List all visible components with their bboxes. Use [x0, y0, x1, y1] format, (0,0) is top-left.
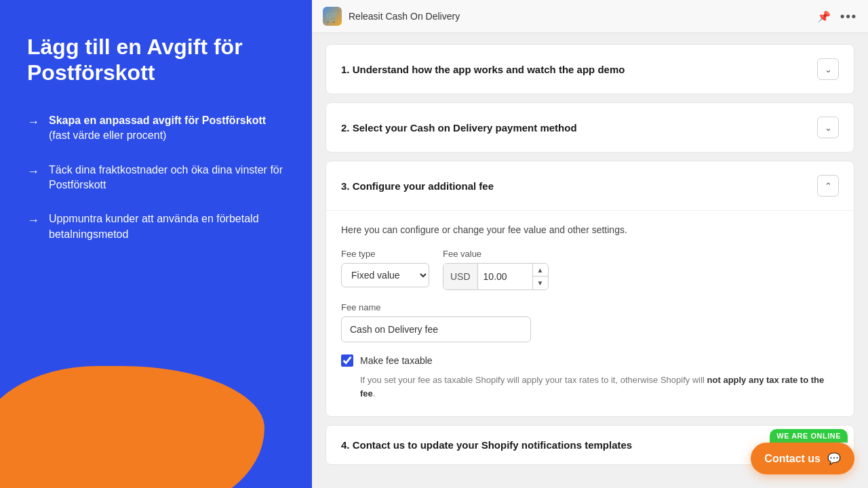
contact-us-button[interactable]: Contact us 💬: [751, 443, 854, 474]
spinner-down-button[interactable]: ▼: [533, 277, 548, 289]
fee-form-row: Fee type Fixed value Percentage Fee valu…: [341, 249, 839, 290]
fee-type-select[interactable]: Fixed value Percentage: [341, 263, 429, 287]
list-item: → Täck dina fraktkostnader och öka dina …: [27, 163, 285, 193]
accordion-step-1: 1. Understand how the app works and watc…: [326, 44, 854, 94]
chevron-up-icon[interactable]: ⌃: [817, 175, 839, 197]
arrow-icon: →: [27, 163, 39, 180]
fee-value-wrapper: USD ▲ ▼: [443, 263, 549, 290]
chat-bubble-icon: 💬: [827, 452, 841, 465]
list-item-text: Täck dina fraktkostnader och öka dina vi…: [49, 163, 285, 193]
content-area: 1. Understand how the app works and watc…: [312, 33, 868, 476]
taxable-checkbox-row: Make fee taxable: [341, 354, 839, 367]
accordion-step-2: 2. Select your Cash on Delivery payment …: [326, 102, 854, 152]
spinner-up-button[interactable]: ▲: [533, 264, 548, 277]
page-title: Lägg till en Avgift för Postförskott: [27, 34, 285, 86]
left-panel: Lägg till en Avgift för Postförskott → S…: [0, 0, 312, 488]
accordion-body-3: Here you can configure or change your fe…: [326, 210, 854, 416]
accordion-header-2[interactable]: 2. Select your Cash on Delivery payment …: [326, 103, 854, 152]
contact-us-label: Contact us: [764, 453, 821, 465]
step-1-label: 1. Understand how the app works and watc…: [341, 64, 625, 75]
feature-list: → Skapa en anpassad avgift för Postförsk…: [27, 113, 285, 242]
fee-value-group: Fee value USD ▲ ▼: [443, 249, 549, 290]
chevron-down-icon[interactable]: ⌄: [817, 117, 839, 138]
step-2-label: 2. Select your Cash on Delivery payment …: [341, 122, 577, 134]
currency-label: USD: [443, 264, 478, 289]
list-item-text: Uppmuntra kunder att använda en förbetal…: [49, 211, 285, 242]
fee-type-label: Fee type: [341, 249, 429, 259]
app-logo: 🛒: [323, 7, 342, 26]
accordion-header-1[interactable]: 1. Understand how the app works and watc…: [326, 45, 854, 94]
fee-type-group: Fee type Fixed value Percentage: [341, 249, 429, 290]
chevron-down-icon[interactable]: ⌄: [817, 58, 839, 80]
taxable-checkbox[interactable]: [341, 354, 353, 367]
accordion-header-3[interactable]: 3. Configure your additional fee ⌃: [326, 161, 854, 210]
fee-name-input[interactable]: [341, 317, 531, 342]
step-4-label: 4. Contact us to update your Shopify not…: [341, 439, 632, 451]
window-controls: 📌 •••: [817, 9, 857, 24]
more-icon[interactable]: •••: [840, 9, 857, 24]
step-3-description: Here you can configure or change your fe…: [341, 214, 839, 235]
chat-widget: WE ARE ONLINE Contact us 💬: [751, 429, 854, 474]
fee-amount-input[interactable]: [478, 266, 532, 287]
online-badge: WE ARE ONLINE: [770, 429, 848, 443]
pin-icon[interactable]: 📌: [817, 10, 831, 23]
tax-note: If you set your fee as taxable Shopify w…: [360, 373, 839, 400]
decorative-blob: [0, 366, 264, 488]
list-item: → Skapa en anpassad avgift för Postförsk…: [27, 113, 285, 144]
spinner-buttons: ▲ ▼: [532, 264, 548, 289]
step-3-label: 3. Configure your additional fee: [341, 180, 494, 192]
accordion-step-3: 3. Configure your additional fee ⌃ Here …: [326, 161, 854, 417]
window-title-area: 🛒 Releasit Cash On Delivery: [323, 7, 460, 26]
list-item: → Uppmuntra kunder att använda en förbet…: [27, 211, 285, 242]
arrow-icon: →: [27, 212, 39, 229]
fee-value-label: Fee value: [443, 249, 549, 259]
taxable-checkbox-label: Make fee taxable: [360, 355, 433, 366]
list-item-text: Skapa en anpassad avgift för Postförskot…: [49, 113, 285, 144]
fee-name-group: Fee name: [341, 302, 839, 342]
fee-name-label: Fee name: [341, 302, 839, 312]
right-panel: 🛒 Releasit Cash On Delivery 📌 ••• 1. Und…: [312, 0, 868, 488]
arrow-icon: →: [27, 114, 39, 131]
window-title: Releasit Cash On Delivery: [349, 11, 460, 22]
window-titlebar: 🛒 Releasit Cash On Delivery 📌 •••: [312, 0, 868, 33]
